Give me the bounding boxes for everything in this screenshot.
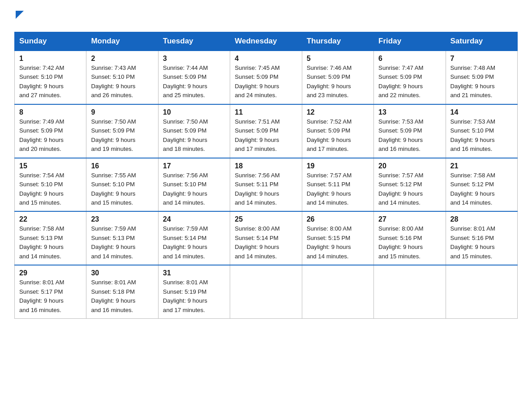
day-number: 22 <box>19 215 82 223</box>
day-info: Sunrise: 7:55 AMSunset: 5:10 PMDaylight:… <box>91 171 153 208</box>
day-info: Sunrise: 7:53 AMSunset: 5:10 PMDaylight:… <box>450 117 513 154</box>
svg-marker-0 <box>16 11 24 19</box>
calendar-table: SundayMondayTuesdayWednesdayThursdayFrid… <box>14 32 518 319</box>
day-number: 11 <box>235 108 297 116</box>
day-info: Sunrise: 7:47 AMSunset: 5:09 PMDaylight:… <box>378 64 441 100</box>
col-header-wednesday: Wednesday <box>230 32 302 51</box>
day-info: Sunrise: 7:56 AMSunset: 5:11 PMDaylight:… <box>235 171 297 208</box>
calendar-cell: 5Sunrise: 7:46 AMSunset: 5:09 PMDaylight… <box>302 51 373 104</box>
col-header-sunday: Sunday <box>15 32 86 51</box>
calendar-header-row: SundayMondayTuesdayWednesdayThursdayFrid… <box>15 32 518 51</box>
calendar-cell: 15Sunrise: 7:54 AMSunset: 5:10 PMDayligh… <box>15 158 86 212</box>
calendar-cell <box>230 265 302 318</box>
day-info: Sunrise: 8:00 AMSunset: 5:14 PMDaylight:… <box>235 224 297 261</box>
logo-arrow-icon <box>16 11 24 20</box>
day-number: 4 <box>235 55 297 63</box>
day-info: Sunrise: 7:53 AMSunset: 5:09 PMDaylight:… <box>378 117 441 154</box>
day-number: 10 <box>163 108 225 116</box>
calendar-week-1: 1Sunrise: 7:42 AMSunset: 5:10 PMDaylight… <box>15 51 518 104</box>
day-number: 3 <box>163 55 225 63</box>
calendar-cell: 2Sunrise: 7:43 AMSunset: 5:10 PMDaylight… <box>86 51 158 104</box>
calendar-week-4: 22Sunrise: 7:58 AMSunset: 5:13 PMDayligh… <box>15 211 518 265</box>
day-number: 15 <box>19 162 82 170</box>
day-info: Sunrise: 7:52 AMSunset: 5:09 PMDaylight:… <box>307 117 369 154</box>
day-info: Sunrise: 7:43 AMSunset: 5:10 PMDaylight:… <box>91 64 153 100</box>
day-number: 23 <box>91 215 153 223</box>
calendar-cell: 29Sunrise: 8:01 AMSunset: 5:17 PMDayligh… <box>15 265 86 318</box>
col-header-saturday: Saturday <box>446 32 517 51</box>
day-number: 2 <box>91 55 153 63</box>
day-info: Sunrise: 8:01 AMSunset: 5:16 PMDaylight:… <box>450 224 513 261</box>
calendar-cell: 21Sunrise: 7:58 AMSunset: 5:12 PMDayligh… <box>446 158 517 212</box>
day-number: 29 <box>19 269 82 277</box>
day-number: 27 <box>378 215 441 223</box>
calendar-cell: 27Sunrise: 8:00 AMSunset: 5:16 PMDayligh… <box>374 211 446 265</box>
calendar-cell: 24Sunrise: 7:59 AMSunset: 5:14 PMDayligh… <box>158 211 230 265</box>
day-number: 19 <box>307 162 369 170</box>
day-info: Sunrise: 8:01 AMSunset: 5:18 PMDaylight:… <box>91 278 153 315</box>
day-number: 9 <box>91 108 153 116</box>
calendar-cell: 22Sunrise: 7:58 AMSunset: 5:13 PMDayligh… <box>15 211 86 265</box>
day-number: 21 <box>450 162 513 170</box>
calendar-week-3: 15Sunrise: 7:54 AMSunset: 5:10 PMDayligh… <box>15 158 518 212</box>
day-info: Sunrise: 7:42 AMSunset: 5:10 PMDaylight:… <box>19 64 82 100</box>
calendar-cell: 11Sunrise: 7:51 AMSunset: 5:09 PMDayligh… <box>230 104 302 158</box>
calendar-week-5: 29Sunrise: 8:01 AMSunset: 5:17 PMDayligh… <box>15 265 518 318</box>
day-number: 5 <box>307 55 369 63</box>
calendar-week-2: 8Sunrise: 7:49 AMSunset: 5:09 PMDaylight… <box>15 104 518 158</box>
day-info: Sunrise: 7:44 AMSunset: 5:09 PMDaylight:… <box>163 64 225 100</box>
calendar-cell: 1Sunrise: 7:42 AMSunset: 5:10 PMDaylight… <box>15 51 86 104</box>
day-number: 24 <box>163 215 225 223</box>
day-info: Sunrise: 7:59 AMSunset: 5:13 PMDaylight:… <box>91 224 153 261</box>
day-info: Sunrise: 7:49 AMSunset: 5:09 PMDaylight:… <box>19 117 82 154</box>
col-header-friday: Friday <box>374 32 446 51</box>
calendar-cell: 23Sunrise: 7:59 AMSunset: 5:13 PMDayligh… <box>86 211 158 265</box>
calendar-cell: 28Sunrise: 8:01 AMSunset: 5:16 PMDayligh… <box>446 211 517 265</box>
calendar-cell: 20Sunrise: 7:57 AMSunset: 5:12 PMDayligh… <box>374 158 446 212</box>
day-info: Sunrise: 8:01 AMSunset: 5:17 PMDaylight:… <box>19 278 82 315</box>
day-number: 12 <box>307 108 369 116</box>
day-number: 31 <box>163 269 225 277</box>
day-number: 8 <box>19 108 82 116</box>
logo <box>14 11 24 24</box>
day-info: Sunrise: 7:58 AMSunset: 5:13 PMDaylight:… <box>19 224 82 261</box>
calendar-cell <box>446 265 517 318</box>
calendar-cell: 17Sunrise: 7:56 AMSunset: 5:10 PMDayligh… <box>158 158 230 212</box>
col-header-monday: Monday <box>86 32 158 51</box>
day-number: 16 <box>91 162 153 170</box>
day-info: Sunrise: 8:01 AMSunset: 5:19 PMDaylight:… <box>163 278 225 315</box>
calendar-cell: 9Sunrise: 7:50 AMSunset: 5:09 PMDaylight… <box>86 104 158 158</box>
day-number: 17 <box>163 162 225 170</box>
calendar-cell: 7Sunrise: 7:48 AMSunset: 5:09 PMDaylight… <box>446 51 517 104</box>
day-info: Sunrise: 7:57 AMSunset: 5:11 PMDaylight:… <box>307 171 369 208</box>
calendar-cell: 26Sunrise: 8:00 AMSunset: 5:15 PMDayligh… <box>302 211 373 265</box>
day-info: Sunrise: 7:50 AMSunset: 5:09 PMDaylight:… <box>91 117 153 154</box>
day-info: Sunrise: 8:00 AMSunset: 5:16 PMDaylight:… <box>378 224 441 261</box>
calendar-cell: 14Sunrise: 7:53 AMSunset: 5:10 PMDayligh… <box>446 104 517 158</box>
day-info: Sunrise: 7:48 AMSunset: 5:09 PMDaylight:… <box>450 64 513 100</box>
calendar-cell <box>374 265 446 318</box>
day-info: Sunrise: 7:45 AMSunset: 5:09 PMDaylight:… <box>235 64 297 100</box>
day-info: Sunrise: 7:59 AMSunset: 5:14 PMDaylight:… <box>163 224 225 261</box>
day-number: 25 <box>235 215 297 223</box>
day-number: 6 <box>378 55 441 63</box>
calendar-cell: 25Sunrise: 8:00 AMSunset: 5:14 PMDayligh… <box>230 211 302 265</box>
day-number: 14 <box>450 108 513 116</box>
day-number: 1 <box>19 55 82 63</box>
calendar-cell: 6Sunrise: 7:47 AMSunset: 5:09 PMDaylight… <box>374 51 446 104</box>
calendar-cell <box>302 265 373 318</box>
calendar-cell: 18Sunrise: 7:56 AMSunset: 5:11 PMDayligh… <box>230 158 302 212</box>
day-info: Sunrise: 7:51 AMSunset: 5:09 PMDaylight:… <box>235 117 297 154</box>
day-number: 18 <box>235 162 297 170</box>
calendar-cell: 10Sunrise: 7:50 AMSunset: 5:09 PMDayligh… <box>158 104 230 158</box>
col-header-thursday: Thursday <box>302 32 373 51</box>
day-info: Sunrise: 7:46 AMSunset: 5:09 PMDaylight:… <box>307 64 369 100</box>
day-number: 13 <box>378 108 441 116</box>
day-info: Sunrise: 7:56 AMSunset: 5:10 PMDaylight:… <box>163 171 225 208</box>
calendar-cell: 4Sunrise: 7:45 AMSunset: 5:09 PMDaylight… <box>230 51 302 104</box>
calendar-cell: 13Sunrise: 7:53 AMSunset: 5:09 PMDayligh… <box>374 104 446 158</box>
day-number: 26 <box>307 215 369 223</box>
col-header-tuesday: Tuesday <box>158 32 230 51</box>
page-header <box>14 11 518 24</box>
day-info: Sunrise: 7:54 AMSunset: 5:10 PMDaylight:… <box>19 171 82 208</box>
